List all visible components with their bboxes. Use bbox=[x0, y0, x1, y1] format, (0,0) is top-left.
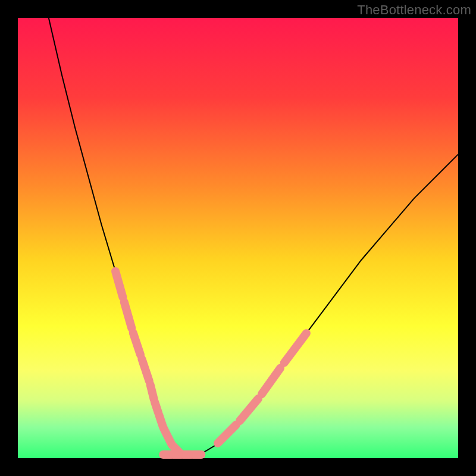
plot-area bbox=[18, 18, 458, 458]
chart-frame: TheBottleneck.com bbox=[0, 0, 476, 476]
marker-dash bbox=[151, 385, 154, 400]
watermark: TheBottleneck.com bbox=[357, 2, 471, 18]
bottleneck-curve-chart bbox=[0, 0, 476, 476]
